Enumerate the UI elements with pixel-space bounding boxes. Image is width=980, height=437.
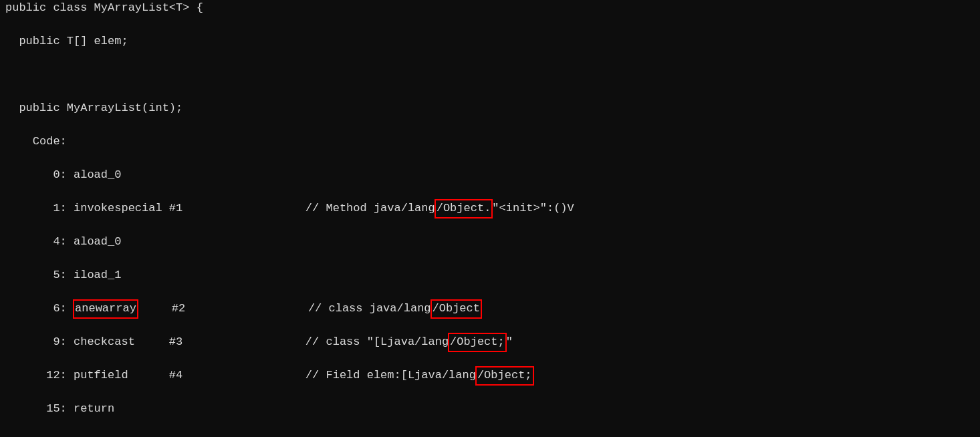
bytecode-line: 0: aload_0 (5, 167, 975, 184)
bytecode-line: 6: anewarray #2 // class java/lang/Objec… (5, 301, 975, 317)
class-declaration: public class MyArrayList<T> { (5, 0, 975, 17)
bytecode-line: 15: return (5, 401, 975, 418)
blank-line (5, 434, 975, 437)
highlight-anewarray: anewarray (73, 299, 138, 319)
bytecode-line: 5: iload_1 (5, 267, 975, 284)
bytecode-line: 9: checkcast #3 // class "[Ljava/lang/Ob… (5, 334, 975, 351)
code-label: Code: (5, 134, 975, 150)
field-declaration: public T[] elem; (5, 33, 975, 50)
bytecode-line: 12: putfield #4 // Field elem:[Ljava/lan… (5, 368, 975, 384)
bytecode-line: 4: aload_0 (5, 234, 975, 251)
highlight-object: /Object. (435, 199, 493, 218)
highlight-object: /Object (431, 299, 482, 319)
bytecode-line: 1: invokespecial #1 // Method java/lang/… (5, 200, 975, 217)
blank-line (5, 67, 975, 84)
code-listing: public class MyArrayList<T> { public T[]… (0, 0, 980, 437)
highlight-object: /Object; (475, 366, 534, 386)
highlight-object: /Object; (448, 333, 507, 352)
constructor1-declaration: public MyArrayList(int); (5, 100, 975, 117)
